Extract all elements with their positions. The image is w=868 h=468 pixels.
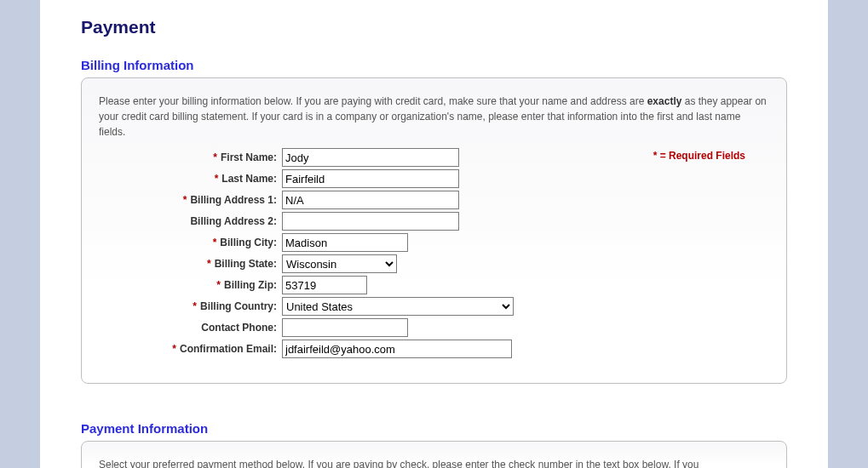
row-addr1: *Billing Address 1: bbox=[99, 191, 769, 209]
label-text: Confirmation Email: bbox=[180, 343, 277, 355]
billing-panel: Please enter your billing information be… bbox=[81, 77, 787, 384]
label-first-name: *First Name: bbox=[99, 151, 282, 163]
required-legend-text: = Required Fields bbox=[660, 150, 745, 162]
row-zip: *Billing Zip: bbox=[99, 276, 769, 294]
required-star-icon: * bbox=[213, 237, 217, 248]
label-country: *Billing Country: bbox=[99, 300, 282, 312]
label-text: Billing City: bbox=[220, 237, 277, 248]
row-last-name: *Last Name: bbox=[99, 169, 769, 188]
billing-intro-prefix: Please enter your billing information be… bbox=[99, 95, 647, 107]
label-text: Billing Zip: bbox=[224, 279, 277, 291]
required-star-icon: * bbox=[653, 150, 658, 162]
required-star-icon: * bbox=[213, 151, 217, 163]
payment-panel: Select your preferred payment method bel… bbox=[81, 441, 787, 468]
required-star-icon: * bbox=[216, 279, 221, 291]
contact-phone-input[interactable] bbox=[282, 318, 408, 337]
label-state: *Billing State: bbox=[99, 258, 282, 270]
label-text: Billing Country: bbox=[200, 300, 277, 312]
label-text: Billing State: bbox=[215, 258, 277, 270]
row-country: *Billing Country: United States bbox=[99, 297, 769, 316]
label-text: Billing Address 1: bbox=[190, 194, 277, 206]
billing-intro: Please enter your billing information be… bbox=[99, 94, 769, 140]
label-text: Last Name: bbox=[221, 173, 277, 185]
row-addr2: Billing Address 2: bbox=[99, 212, 769, 231]
billing-state-select[interactable]: Wisconsin bbox=[282, 254, 397, 273]
label-zip: *Billing Zip: bbox=[99, 279, 282, 291]
page-title: Payment bbox=[81, 17, 787, 37]
billing-heading: Billing Information bbox=[81, 58, 787, 72]
billing-intro-bold: exactly bbox=[647, 95, 682, 107]
row-city: *Billing City: bbox=[99, 233, 769, 252]
billing-address-1-input[interactable] bbox=[282, 191, 459, 209]
payment-intro: Select your preferred payment method bel… bbox=[99, 457, 769, 468]
label-email: *Confirmation Email: bbox=[99, 343, 282, 355]
label-text: Billing Address 2: bbox=[190, 215, 277, 227]
required-star-icon: * bbox=[183, 194, 187, 206]
label-phone: Contact Phone: bbox=[99, 322, 282, 334]
required-star-icon: * bbox=[207, 258, 211, 270]
label-city: *Billing City: bbox=[99, 237, 282, 248]
content-inner: Payment Billing Information Please enter… bbox=[40, 0, 828, 468]
payment-heading: Payment Information bbox=[81, 421, 787, 436]
billing-address-2-input[interactable] bbox=[282, 212, 459, 231]
required-legend: * = Required Fields bbox=[653, 150, 745, 162]
label-text: First Name: bbox=[221, 151, 277, 163]
label-last-name: *Last Name: bbox=[99, 173, 282, 185]
row-email: *Confirmation Email: bbox=[99, 340, 769, 358]
required-star-icon: * bbox=[193, 300, 197, 312]
page-container: Payment Billing Information Please enter… bbox=[40, 0, 828, 468]
label-text: Contact Phone: bbox=[201, 322, 277, 334]
billing-zip-input[interactable] bbox=[282, 276, 367, 294]
label-addr1: *Billing Address 1: bbox=[99, 194, 282, 206]
confirmation-email-input[interactable] bbox=[282, 340, 512, 358]
row-state: *Billing State: Wisconsin bbox=[99, 254, 769, 273]
label-addr2: Billing Address 2: bbox=[99, 215, 282, 227]
required-star-icon: * bbox=[215, 173, 219, 185]
row-phone: Contact Phone: bbox=[99, 318, 769, 337]
required-star-icon: * bbox=[172, 343, 176, 355]
first-name-input[interactable] bbox=[282, 148, 459, 167]
billing-country-select[interactable]: United States bbox=[282, 297, 514, 316]
billing-city-input[interactable] bbox=[282, 233, 408, 252]
last-name-input[interactable] bbox=[282, 169, 459, 188]
